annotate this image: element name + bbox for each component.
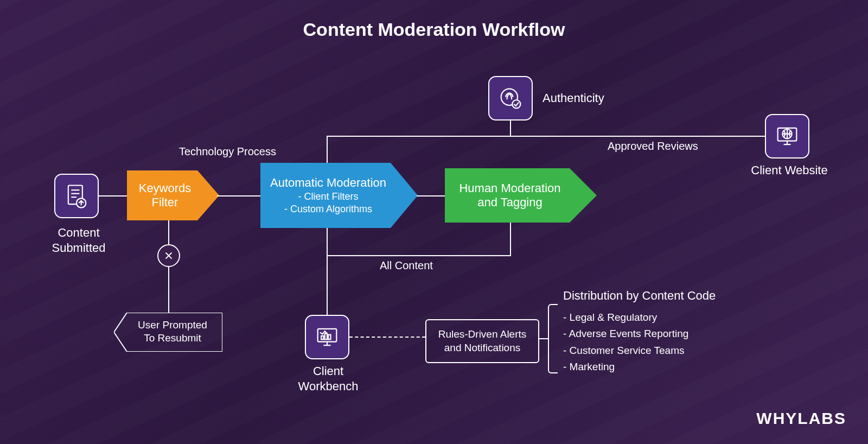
rules-box-text: Rules-Driven Alerts and Notifications <box>438 328 527 353</box>
connector-line <box>510 223 511 255</box>
dist-item: - Legal & Regulatory <box>563 309 688 326</box>
bracket-icon <box>548 304 558 373</box>
connector-line <box>327 228 328 315</box>
connector-line <box>539 338 548 339</box>
svg-rect-17 <box>321 336 323 340</box>
resubmit-box: User Prompted To Resubmit <box>124 313 221 351</box>
keywords-filter-box: Keywords Filter <box>127 170 203 220</box>
auto-moderation-sub1: - Client Filters <box>298 191 358 202</box>
auto-moderation-sub2: - Custom Algorithms <box>284 204 372 215</box>
connector-line <box>417 195 445 196</box>
resubmit-label: User Prompted To Resubmit <box>138 319 207 345</box>
auto-moderation-box: Automatic Moderation - Client Filters - … <box>260 163 396 228</box>
authenticity-icon <box>488 76 533 120</box>
auto-moderation-title: Automatic Moderation <box>270 176 386 190</box>
client-workbench-icon <box>305 315 349 359</box>
all-content-label: All Content <box>380 259 433 272</box>
distribution-list: - Legal & Regulatory - Adverse Events Re… <box>563 309 688 376</box>
human-moderation-box: Human Moderation and Tagging <box>445 168 575 223</box>
connector-dashed <box>349 337 425 338</box>
content-submitted-icon <box>54 174 99 218</box>
connector-line <box>327 255 511 256</box>
svg-rect-19 <box>328 335 330 340</box>
svg-point-9 <box>512 100 520 108</box>
client-workbench-label: Client Workbench <box>293 364 363 394</box>
diagram-stage: Content Submitted Keywords Filter Techno… <box>0 0 868 444</box>
dist-item: - Customer Service Teams <box>563 342 688 359</box>
connector-line <box>510 120 511 136</box>
connector-line <box>327 136 328 163</box>
rules-box: Rules-Driven Alerts and Notifications <box>425 319 539 363</box>
dist-item: - Adverse Events Reporting <box>563 326 688 342</box>
connector-line <box>99 195 127 196</box>
technology-process-label: Technology Process <box>179 145 276 158</box>
connector-line <box>327 136 766 137</box>
client-website-label: Client Website <box>749 163 830 178</box>
approved-reviews-label: Approved Reviews <box>608 140 698 153</box>
authenticity-label: Authenticity <box>542 91 604 105</box>
distribution-heading: Distribution by Content Code <box>563 289 716 303</box>
client-website-icon <box>765 114 809 158</box>
keywords-filter-label: Keywords Filter <box>139 181 192 210</box>
svg-rect-18 <box>325 334 327 340</box>
connector-line <box>217 195 260 196</box>
dist-item: - Marketing <box>563 359 688 375</box>
brand-logo: WHYLABS <box>756 409 846 428</box>
reject-icon <box>157 244 180 267</box>
human-moderation-label: Human Moderation and Tagging <box>459 181 560 210</box>
content-submitted-label: Content Submitted <box>38 225 119 255</box>
